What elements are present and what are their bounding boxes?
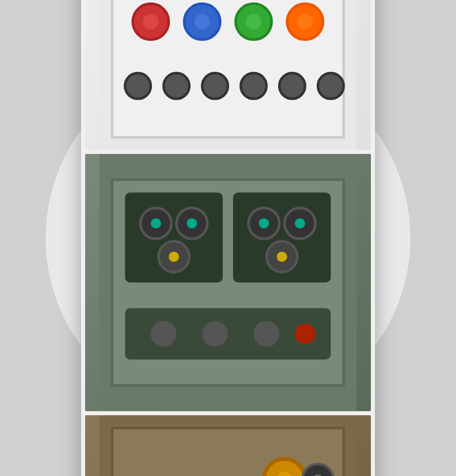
svg-point-15 [246,14,261,29]
svg-point-13 [195,14,210,29]
background-circle: ⁀ Softube DOWNLOADING 2 PRODUCTS ≡ ✕ 4ms… [46,56,410,420]
svg-point-23 [318,73,344,99]
svg-point-39 [277,252,287,262]
svg-point-31 [187,218,197,228]
svg-point-20 [202,73,228,99]
svg-point-19 [164,73,189,99]
product-item-peg: 4ms Pingable Envelope Generator (PEG) Fa… [85,0,371,150]
product-image-acoustic [85,415,371,476]
svg-point-11 [143,14,158,29]
svg-point-43 [254,321,280,347]
svg-point-22 [280,73,306,99]
svg-point-41 [151,321,177,347]
svg-point-18 [125,73,151,99]
product-image-peg [85,0,371,150]
svg-point-35 [259,218,269,228]
svg-point-42 [202,321,228,347]
peg-svg [99,0,357,150]
svg-point-29 [151,218,161,228]
svg-point-44 [295,324,316,344]
svg-point-37 [295,218,305,228]
svg-point-17 [297,14,313,29]
acoustic-svg [99,415,357,476]
product-item-acoustic: Acoustic Feedback Screaming guitar feedb… [85,415,371,476]
abbey-svg [99,154,357,411]
product-item-abbey: Abbey Road Brilliance Pack Brighten up y… [85,154,371,411]
svg-point-33 [169,252,179,262]
product-image-abbey [85,154,371,411]
svg-point-21 [241,73,267,99]
products-list: 4ms Pingable Envelope Generator (PEG) Fa… [81,0,375,476]
app-window: ⁀ Softube DOWNLOADING 2 PRODUCTS ≡ ✕ 4ms… [81,0,375,476]
